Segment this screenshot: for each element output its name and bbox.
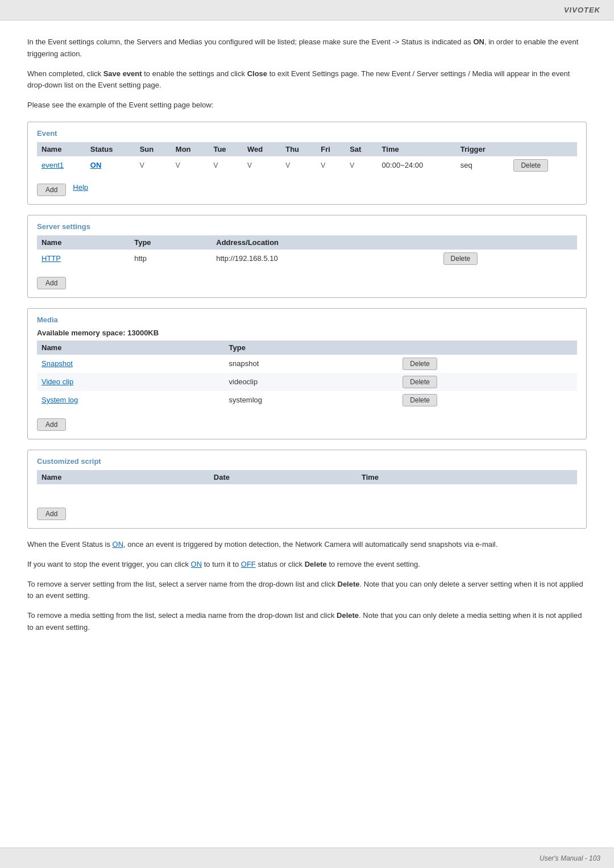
- systemlog-delete-button[interactable]: Delete: [403, 394, 437, 406]
- snapshot-delete-button[interactable]: Delete: [403, 358, 437, 370]
- script-col-time: Time: [357, 470, 511, 484]
- event-sat-cell: V: [345, 156, 377, 175]
- bottom-delete-label2: Delete: [338, 580, 360, 588]
- event-wed-cell: V: [243, 156, 281, 175]
- media-header-row: Name Type: [37, 340, 577, 355]
- save-event-label: Save event: [103, 69, 142, 78]
- server-add-button[interactable]: Add: [37, 277, 66, 289]
- script-time-cell: [357, 484, 511, 499]
- bottom-para2: If you want to stop the event trigger, y…: [27, 559, 587, 571]
- systemlog-delete-cell: Delete: [398, 391, 577, 409]
- event-col-wed: Wed: [243, 142, 281, 156]
- videoclip-type-cell: videoclip: [225, 373, 399, 391]
- table-row: System log systemlog Delete: [37, 391, 577, 409]
- event-col-name: Name: [37, 142, 86, 156]
- bottom-on-link1[interactable]: ON: [113, 540, 124, 549]
- event-table-body: event1 ON V V V V V V V 00:00~24:00 seq …: [37, 156, 577, 175]
- videoclip-name-cell: Video clip: [37, 373, 225, 391]
- event-col-fri: Fri: [316, 142, 345, 156]
- bottom-on-link2[interactable]: ON: [191, 560, 202, 568]
- event-tue-cell: V: [209, 156, 242, 175]
- media-table-body: Snapshot snapshot Delete Video clip vide…: [37, 355, 577, 409]
- event-time-cell: 00:00~24:00: [377, 156, 456, 175]
- event-status-on[interactable]: ON: [90, 161, 102, 169]
- script-table-body: [37, 484, 577, 499]
- script-add-button[interactable]: Add: [37, 508, 66, 520]
- event-table-head: Name Status Sun Mon Tue Wed Thu Fri Sat …: [37, 142, 577, 156]
- media-table-head: Name Type: [37, 340, 577, 355]
- videoclip-delete-button[interactable]: Delete: [403, 376, 437, 388]
- media-section: Media Available memory space: 13000KB Na…: [27, 308, 587, 439]
- script-col-name: Name: [37, 470, 209, 484]
- intro-para1: In the Event settings column, the Server…: [27, 36, 587, 60]
- event-delete-cell: Delete: [509, 156, 577, 175]
- bottom-delete-label3: Delete: [337, 611, 359, 620]
- event-delete-button[interactable]: Delete: [513, 159, 548, 172]
- customized-script-section: Customized script Name Date Time: [27, 450, 587, 529]
- table-row: Snapshot snapshot Delete: [37, 355, 577, 373]
- media-col-action: [398, 340, 577, 355]
- footer-bar: User's Manual - 103: [0, 848, 614, 868]
- server-table: Name Type Address/Location HTTP http htt…: [37, 235, 577, 268]
- server-col-address: Address/Location: [211, 235, 438, 250]
- event-col-action: [509, 142, 577, 156]
- event-help-link[interactable]: Help: [73, 183, 88, 192]
- event-col-tue: Tue: [209, 142, 242, 156]
- event-actions: Add Help: [37, 179, 577, 196]
- header-bar: VIVOTEK: [0, 0, 614, 20]
- snapshot-name-cell: Snapshot: [37, 355, 225, 373]
- main-content: In the Event settings column, the Server…: [0, 20, 614, 665]
- server-delete-cell: Delete: [439, 250, 577, 268]
- script-col-action: [511, 470, 577, 484]
- event-add-button[interactable]: Add: [37, 184, 66, 196]
- server-header-row: Name Type Address/Location: [37, 235, 577, 250]
- http-link[interactable]: HTTP: [42, 254, 61, 263]
- intro-para2: When completed, click Save event to enab…: [27, 68, 587, 92]
- event-trigger-cell: seq: [456, 156, 509, 175]
- event-col-mon: Mon: [171, 142, 209, 156]
- server-col-name: Name: [37, 235, 130, 250]
- videoclip-delete-cell: Delete: [398, 373, 577, 391]
- event-section: Event Name Status Sun Mon Tue Wed Thu Fr…: [27, 122, 587, 205]
- event-title: Event: [37, 129, 577, 138]
- event1-link[interactable]: event1: [42, 161, 64, 169]
- server-name-cell: HTTP: [37, 250, 130, 268]
- media-actions: Add: [37, 414, 577, 431]
- server-address-cell: http://192.168.5.10: [211, 250, 438, 268]
- available-memory: Available memory space: 13000KB: [37, 329, 577, 337]
- event-name-cell: event1: [37, 156, 86, 175]
- snapshot-type-cell: snapshot: [225, 355, 399, 373]
- table-row: [37, 484, 577, 499]
- close-label: Close: [247, 69, 267, 78]
- bottom-off-link[interactable]: OFF: [241, 560, 256, 568]
- brand-label: VIVOTEK: [564, 6, 600, 14]
- event-mon-cell: V: [171, 156, 209, 175]
- server-delete-button[interactable]: Delete: [443, 252, 478, 265]
- snapshot-link[interactable]: Snapshot: [42, 359, 73, 368]
- server-col-action: [439, 235, 577, 250]
- intro-para3: Please see the example of the Event sett…: [27, 99, 587, 111]
- event-col-trigger: Trigger: [456, 142, 509, 156]
- script-actions: Add: [37, 503, 577, 520]
- event-col-sun: Sun: [135, 142, 171, 156]
- media-title: Media: [37, 315, 577, 324]
- event-thu-cell: V: [281, 156, 316, 175]
- media-add-button[interactable]: Add: [37, 418, 66, 431]
- systemlog-link[interactable]: System log: [42, 396, 78, 404]
- event-col-sat: Sat: [345, 142, 377, 156]
- script-name-cell: [37, 484, 209, 499]
- footer-label: User's Manual - 103: [540, 854, 600, 862]
- videoclip-link[interactable]: Video clip: [42, 377, 73, 386]
- bottom-para3: To remove a server setting from the list…: [27, 579, 587, 603]
- systemlog-name-cell: System log: [37, 391, 225, 409]
- server-type-cell: http: [130, 250, 211, 268]
- media-col-name: Name: [37, 340, 225, 355]
- event-sun-cell: V: [135, 156, 171, 175]
- event-status-cell: ON: [86, 156, 135, 175]
- event-col-thu: Thu: [281, 142, 316, 156]
- server-settings-title: Server settings: [37, 222, 577, 231]
- event-header-row: Name Status Sun Mon Tue Wed Thu Fri Sat …: [37, 142, 577, 156]
- script-col-date: Date: [209, 470, 357, 484]
- bottom-delete-label1: Delete: [305, 560, 327, 568]
- snapshot-delete-cell: Delete: [398, 355, 577, 373]
